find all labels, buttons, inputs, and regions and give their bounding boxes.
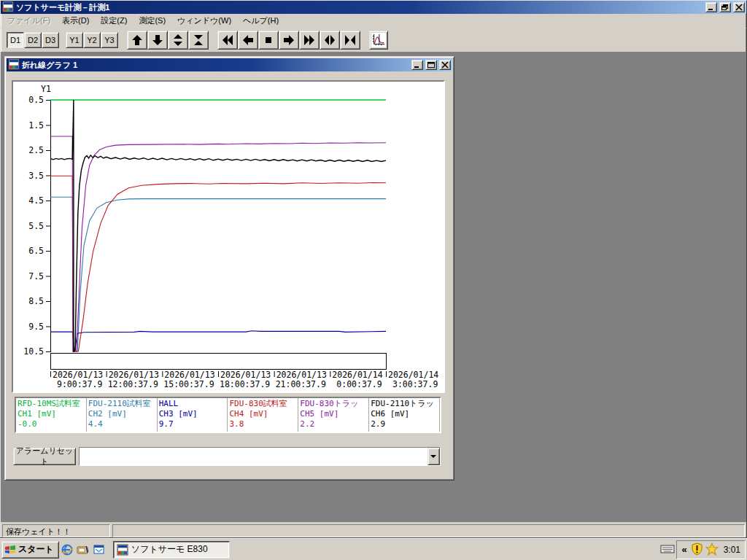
legend-name: FDU-830試料室 xyxy=(229,399,296,409)
scroll-up-icon xyxy=(131,34,143,46)
y-tick-label: 2.5 xyxy=(28,145,44,155)
seek-start-icon xyxy=(222,34,233,46)
compress-vertical-button[interactable] xyxy=(188,31,209,50)
step-forward-button[interactable] xyxy=(279,31,299,50)
series-ch2 xyxy=(50,197,386,351)
graph-maximize-button[interactable] xyxy=(425,60,437,70)
step-back-icon xyxy=(242,34,254,46)
clock[interactable]: 3:01 xyxy=(721,545,740,555)
legend-channel-2: FDU-2110試料室CH2 [mV]4.4 xyxy=(87,398,158,432)
app-icon xyxy=(2,1,14,14)
toolbar-separator xyxy=(209,40,217,41)
series-ch3 xyxy=(50,331,386,351)
expand-horizontal-button[interactable] xyxy=(320,31,340,50)
task-button-softthermo[interactable]: ソフトサーモ E830 xyxy=(113,541,230,559)
x-tick-date: 2026/01/13 xyxy=(220,370,271,380)
x-tick-date: 2026/01/14 xyxy=(332,370,382,380)
marker-box xyxy=(51,354,387,370)
legend-channel-label: CH2 [mV] xyxy=(88,409,155,419)
x-tick-time: 21:00:37.9 xyxy=(276,379,326,389)
expand-vertical-button[interactable] xyxy=(168,31,188,50)
data-button-d3[interactable]: D3 xyxy=(42,32,59,48)
y-tick-label: 0.5 xyxy=(28,95,44,105)
graph-close-button[interactable] xyxy=(439,60,451,70)
start-button[interactable]: スタート xyxy=(1,541,59,559)
y-tick-label: 10.5 xyxy=(23,346,44,357)
legend-channel-4: FDU-830試料室CH4 [mV]3.8 xyxy=(228,398,298,432)
graph-window-titlebar: 折れ線グラフ 1 xyxy=(7,58,452,71)
x-tick-time: 9:00:37.9 xyxy=(57,379,102,389)
tray-overflow-chevron[interactable]: « xyxy=(680,544,688,555)
legend-channel-6: FDU-2110トラッCH6 [mV]2.9 xyxy=(369,398,440,432)
outlook-express-icon[interactable] xyxy=(91,541,107,559)
graph-minimize-button[interactable] xyxy=(411,60,423,70)
series-ch6 xyxy=(50,100,386,351)
tray-panel: « 3:01 xyxy=(676,540,746,559)
data-button-d2[interactable]: D2 xyxy=(24,32,42,48)
system-tray: « 3:01 xyxy=(660,540,746,559)
star-icon[interactable] xyxy=(705,542,719,557)
menu-item-2[interactable]: 設定(Z) xyxy=(95,14,133,28)
status-extra-panel xyxy=(112,524,745,537)
legend-channel-label: CH6 [mV] xyxy=(371,409,438,419)
main-titlebar: ソフトサーモ計測－計測1 xyxy=(1,1,746,14)
task-app-icon xyxy=(117,544,128,556)
security-shield-icon[interactable] xyxy=(691,542,703,557)
compress-vertical-icon xyxy=(193,34,204,46)
menu-item-3[interactable]: 測定(S) xyxy=(133,14,171,28)
y-axis-title: Y1 xyxy=(41,84,51,94)
axis-button-y1[interactable]: Y1 xyxy=(66,32,83,48)
x-tick-date: 2026/01/13 xyxy=(276,370,327,380)
legend-name: FDU-830トラッ xyxy=(300,399,367,409)
legend-current-value: 2.9 xyxy=(371,419,438,429)
x-tick-date: 2026/01/13 xyxy=(109,370,159,380)
axis-button-y3[interactable]: Y3 xyxy=(101,32,118,48)
y-tick-label: 5.5 xyxy=(28,221,44,231)
restore-button[interactable] xyxy=(719,2,731,12)
menu-item-5[interactable]: ヘルプ(H) xyxy=(237,14,285,28)
toolbar: D1D2D3Y1Y2Y3 xyxy=(1,28,746,52)
legend-channel-label: CH5 [mV] xyxy=(300,409,367,419)
minimize-button[interactable] xyxy=(705,2,717,12)
menu-item-0: ファイル(F) xyxy=(1,14,56,28)
menu-item-1[interactable]: 表示(D) xyxy=(56,14,95,28)
legend-current-value: -0.0 xyxy=(18,419,85,429)
graph-display-icon xyxy=(371,33,386,47)
alarm-bar: アラームリセット xyxy=(13,446,442,467)
series-ch5 xyxy=(50,136,386,351)
scroll-down-icon xyxy=(152,34,163,46)
alarm-combo[interactable] xyxy=(79,447,441,466)
y-tick-label: 9.5 xyxy=(28,322,44,332)
x-tick-time: 3:00:37.9 xyxy=(392,379,438,389)
x-tick-date: 2026/01/13 xyxy=(164,370,214,380)
toolbar-separator xyxy=(118,40,127,41)
legend-channel-5: FDU-830トラッCH5 [mV]2.2 xyxy=(298,398,369,432)
combo-dropdown-button[interactable] xyxy=(427,448,440,465)
legend-channel-3: HALLCH3 [mV]9.7 xyxy=(158,398,228,432)
compress-horizontal-button[interactable] xyxy=(340,31,360,50)
graph-display-button[interactable] xyxy=(369,31,388,50)
ime-keyboard-icon[interactable] xyxy=(660,543,675,556)
expand-horizontal-icon xyxy=(324,34,336,46)
main-window-title: ソフトサーモ計測－計測1 xyxy=(16,2,703,13)
alarm-reset-button[interactable]: アラームリセット xyxy=(13,448,76,465)
close-button[interactable] xyxy=(733,2,745,12)
x-tick-date: 2026/01/13 xyxy=(53,370,103,380)
scroll-down-button[interactable] xyxy=(147,31,168,50)
menu-item-4[interactable]: ウィンドウ(W) xyxy=(171,14,237,28)
series-ch4 xyxy=(50,176,386,351)
x-tick-time: 12:00:37.9 xyxy=(108,379,158,389)
scroll-up-button[interactable] xyxy=(127,31,147,50)
internet-explorer-icon[interactable] xyxy=(59,541,75,559)
graph-window-icon xyxy=(8,58,20,71)
stop-button[interactable] xyxy=(258,31,279,50)
app-window: ソフトサーモ計測－計測1 ファイル(F)表示(D)設定(Z)測定(S)ウィンドウ… xyxy=(0,0,747,538)
seek-end-button[interactable] xyxy=(299,31,320,50)
show-desktop-icon[interactable] xyxy=(75,541,91,559)
data-button-d1[interactable]: D1 xyxy=(7,32,24,48)
seek-start-button[interactable] xyxy=(217,31,238,50)
y-tick-label: 4.5 xyxy=(28,195,44,206)
axis-button-y2[interactable]: Y2 xyxy=(83,32,101,48)
step-back-button[interactable] xyxy=(238,31,258,50)
legend-name: FDU-2110トラッ xyxy=(371,399,438,409)
